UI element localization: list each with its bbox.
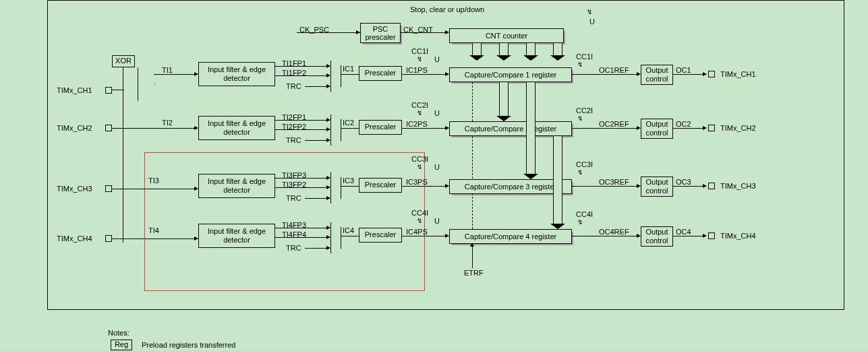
pin-left-ch3: TIMx_CH3 bbox=[57, 185, 92, 193]
ic1-label: IC1 bbox=[343, 65, 354, 73]
bigarrow-cc24 bbox=[553, 136, 562, 224]
filter-ch1: Input filter & edge detector bbox=[198, 62, 275, 86]
prescaler-ch3: Prescaler bbox=[359, 178, 402, 193]
mux-ic3 bbox=[330, 172, 341, 203]
trc1: TRC bbox=[286, 82, 301, 90]
oc3ref: OC3REF bbox=[599, 178, 629, 186]
outctrl1: Output control bbox=[641, 65, 673, 85]
notes-label: Notes: bbox=[108, 329, 129, 337]
u2: U bbox=[434, 109, 440, 117]
bigarrow-4 bbox=[553, 43, 562, 55]
prescaler-ch2: Prescaler bbox=[359, 120, 402, 135]
event-squiggle-top: ↯ bbox=[587, 8, 592, 15]
pin-left-ch1: TIMx_CH1 bbox=[57, 86, 92, 94]
oc1: OC1 bbox=[676, 66, 691, 74]
u1: U bbox=[434, 55, 440, 63]
pin-ch3-r bbox=[708, 183, 715, 189]
zig1: ↯ bbox=[417, 55, 422, 63]
etrf-label: ETRF bbox=[464, 269, 484, 277]
cc4i-right: CC4I bbox=[576, 210, 593, 218]
cc2i-right: CC2I bbox=[576, 106, 593, 115]
cc2i-left: CC2I bbox=[411, 101, 428, 109]
prescaler-ch1: Prescaler bbox=[359, 66, 402, 81]
cc1i-right: CC1I bbox=[576, 53, 593, 61]
bigarrow-cc12 bbox=[499, 82, 509, 116]
pin-ch4-l bbox=[105, 235, 112, 242]
pin-ch1-l bbox=[105, 87, 112, 94]
pin-left-ch4: TIMx_CH4 bbox=[57, 234, 92, 243]
bigarrow-1 bbox=[472, 43, 482, 55]
ccreg1: Capture/Compare 1 register bbox=[449, 67, 572, 82]
pin-right-ch4: TIMx_CH4 bbox=[720, 232, 756, 240]
pin-ch2-l bbox=[105, 125, 112, 131]
ic1ps: IC1PS bbox=[406, 66, 428, 74]
pin-ch2-r bbox=[708, 125, 715, 131]
prescaler-ch4: Prescaler bbox=[359, 228, 402, 243]
ti4: TI4 bbox=[148, 226, 159, 234]
pin-ch3-l bbox=[105, 185, 112, 192]
trc3: TRC bbox=[286, 194, 301, 202]
filter-ch3: Input filter & edge detector bbox=[198, 174, 275, 198]
oc3: OC3 bbox=[676, 178, 691, 186]
oc4ref: OC4REF bbox=[599, 228, 629, 236]
psc-prescaler-box: PSC prescaler bbox=[360, 23, 401, 43]
pin-ch1-r bbox=[708, 71, 715, 77]
ic3-label: IC3 bbox=[343, 177, 354, 185]
cc4i-left: CC4I bbox=[411, 209, 428, 217]
u3: U bbox=[434, 163, 440, 171]
u4: U bbox=[434, 217, 440, 225]
trc4: TRC bbox=[286, 244, 301, 252]
filter-ch2: Input filter & edge detector bbox=[198, 116, 275, 140]
ccreg2: Capture/Compare 2 register bbox=[449, 121, 572, 136]
mux-ic4 bbox=[330, 222, 341, 253]
cnt-counter-box: CNT counter bbox=[449, 28, 564, 43]
u-top-label: U bbox=[589, 18, 595, 26]
ti2: TI2 bbox=[162, 119, 173, 127]
bigarrow-2 bbox=[499, 43, 509, 55]
pin-left-ch2: TIMx_CH2 bbox=[57, 124, 92, 132]
oc1ref: OC1REF bbox=[599, 66, 629, 74]
oc4: OC4 bbox=[676, 228, 691, 236]
ic2ps: IC2PS bbox=[406, 120, 428, 128]
outctrl4: Output control bbox=[641, 226, 673, 247]
cc3i-right: CC3I bbox=[576, 160, 593, 168]
zig2r: ↯ bbox=[577, 115, 583, 122]
cc3i-left: CC3I bbox=[411, 155, 428, 163]
zig4r: ↯ bbox=[577, 218, 583, 226]
outctrl2: Output control bbox=[641, 119, 673, 139]
preload-label: Preload registers transferred bbox=[142, 341, 235, 349]
cc1i-left: CC1I bbox=[411, 47, 428, 55]
zig2: ↯ bbox=[417, 109, 422, 117]
bigarrow-cc13 bbox=[526, 82, 536, 174]
zig3r: ↯ bbox=[577, 168, 583, 176]
xor-label: XOR bbox=[115, 57, 132, 65]
reg-box: Reg bbox=[111, 340, 132, 350]
ic2-label: IC2 bbox=[343, 119, 354, 127]
trc2: TRC bbox=[286, 136, 301, 144]
pin-right-ch1: TIMx_CH1 bbox=[720, 70, 756, 78]
filter-ch4: Input filter & edge detector bbox=[198, 224, 275, 248]
ti3: TI3 bbox=[148, 177, 159, 185]
ic4ps: IC4PS bbox=[406, 228, 428, 236]
pin-right-ch2: TIMx_CH2 bbox=[720, 124, 756, 132]
mux-ic2 bbox=[330, 115, 341, 146]
zig1r: ↯ bbox=[577, 61, 583, 68]
ic3ps: IC3PS bbox=[406, 178, 428, 186]
oc2: OC2 bbox=[676, 120, 691, 128]
pin-ch4-r bbox=[708, 232, 715, 239]
bigarrow-3 bbox=[526, 43, 536, 55]
zig3: ↯ bbox=[417, 163, 422, 170]
oc2ref: OC2REF bbox=[599, 120, 629, 128]
mux-ic1 bbox=[330, 61, 341, 92]
ic4-label: IC4 bbox=[343, 226, 354, 234]
xor-label-box: XOR bbox=[112, 55, 135, 67]
ti1: TI1 bbox=[162, 66, 173, 74]
outctrl3: Output control bbox=[641, 177, 673, 197]
ccreg4: Capture/Compare 4 register bbox=[449, 229, 572, 244]
zig4: ↯ bbox=[417, 217, 422, 224]
stop-clear-label: Stop, clear or up/down bbox=[410, 5, 484, 13]
pin-right-ch3: TIMx_CH3 bbox=[720, 182, 756, 190]
